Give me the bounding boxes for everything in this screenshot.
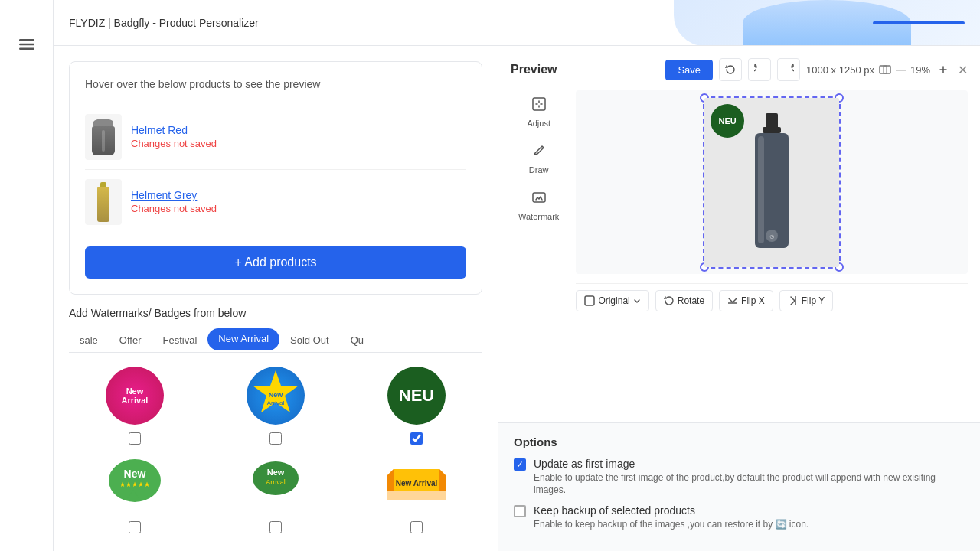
update-first-image-desc: Enable to update the first image of the …: [534, 471, 965, 497]
badge-neu: NEU: [387, 367, 446, 425]
option-update-first-image-content: Update as first image Enable to update t…: [534, 458, 965, 497]
tab-festival[interactable]: Festival: [152, 328, 208, 352]
svg-rect-2: [19, 48, 34, 51]
product-info-helmet-red: Helmet Red Changes not saved: [131, 124, 466, 149]
badge-item-2: New Arrival: [210, 365, 341, 445]
watermark-icon: [531, 190, 547, 209]
product-thumb-helmet-red: [85, 114, 122, 160]
svg-rect-1: [19, 44, 34, 46]
products-card: Hover over the below products to see the…: [69, 61, 482, 295]
watermark-tool-button[interactable]: Watermark: [511, 184, 567, 227]
svg-rect-21: [884, 66, 887, 73]
zoom-in-button[interactable]: [935, 61, 952, 78]
product-name-helment-grey[interactable]: Helment Grey: [131, 189, 466, 201]
canvas-container: ⊙ NEU: [576, 90, 968, 311]
watermarks-title: Add Watermarks/ Badges from below: [69, 307, 482, 319]
badge-img-3[interactable]: NEU: [386, 365, 447, 426]
product-thumb-helment-grey: [85, 179, 122, 225]
watermarks-section: Add Watermarks/ Badges from below sale O…: [69, 307, 482, 533]
badge-item-6: New Arrival: [351, 454, 482, 533]
preview-title: Preview: [511, 63, 557, 77]
update-first-image-checkbox[interactable]: ✓: [514, 458, 526, 471]
tab-sold-out[interactable]: Sold Out: [279, 328, 340, 352]
badge-checkbox-2[interactable]: [270, 432, 282, 445]
badge-checkbox-6[interactable]: [410, 521, 423, 533]
svg-marker-18: [439, 469, 446, 491]
left-panel: Hover over the below products to see the…: [54, 46, 498, 551]
svg-text:⊙: ⊙: [769, 233, 775, 240]
canvas-area[interactable]: ⊙ NEU: [576, 90, 968, 274]
svg-text:Arrival: Arrival: [266, 478, 286, 486]
zoom-separator: —: [896, 64, 906, 76]
badge-img-1[interactable]: New Arrival: [104, 365, 165, 426]
add-products-button[interactable]: + Add products: [85, 246, 466, 279]
badge-item-4: New ★★★★★: [69, 454, 201, 533]
product-status-helmet-red: Changes not saved: [131, 138, 466, 149]
header-right: [873, 21, 965, 24]
product-name-helmet-red[interactable]: Helmet Red: [131, 124, 466, 136]
badge-img-4[interactable]: New ★★★★★: [104, 454, 165, 515]
svg-rect-22: [533, 98, 545, 110]
svg-text:New: New: [269, 391, 284, 399]
product-image-frame[interactable]: ⊙ NEU: [703, 96, 841, 269]
keep-backup-label: Keep backup of selected products: [534, 504, 808, 517]
option-row-update-first-image: ✓ Update as first image Enable to update…: [514, 458, 965, 497]
undo-button[interactable]: [748, 58, 771, 81]
adjust-tool-button[interactable]: Adjust: [511, 90, 567, 134]
canvas-wrapper: Adjust Draw: [511, 90, 968, 311]
badge-img-2[interactable]: New Arrival: [245, 365, 306, 426]
header-progress-bar: [873, 21, 965, 24]
rotate-button[interactable]: Rotate: [655, 290, 713, 311]
tab-new-arrival[interactable]: New Arrival: [207, 328, 279, 350]
svg-text:Arrival: Arrival: [267, 399, 285, 406]
tab-sale[interactable]: sale: [69, 328, 109, 352]
badge-item-1: New Arrival: [69, 365, 201, 445]
draw-tool-label: Draw: [529, 165, 549, 174]
refresh-button[interactable]: [719, 58, 742, 81]
header: FLYDIZ | Badgfly - Product Personalizer: [54, 0, 980, 46]
preview-toolbar: Save 1000 x 1250 px: [665, 58, 968, 81]
tab-offer[interactable]: Offer: [109, 328, 152, 352]
product-canvas-bg: ⊙ NEU: [704, 98, 839, 267]
svg-rect-25: [763, 127, 781, 133]
preview-section: Preview Save: [498, 46, 980, 423]
badge-new-arrival-blue: New Arrival: [247, 367, 305, 425]
flip-y-label: Flip Y: [802, 295, 825, 306]
bottle-svg: ⊙: [741, 106, 802, 259]
badge-checkbox-5[interactable]: [270, 521, 282, 533]
original-button[interactable]: Original: [576, 290, 648, 311]
badge-checkbox-3[interactable]: [410, 432, 423, 445]
svg-text:★★★★★: ★★★★★: [119, 481, 150, 488]
badge-checkbox-1[interactable]: [129, 432, 141, 445]
badge-item-5: New Arrival: [210, 454, 341, 533]
right-panel: Preview Save: [498, 46, 980, 551]
badge-tabs: sale Offer Festival New Arrival Sold Out…: [69, 328, 482, 353]
keep-backup-checkbox[interactable]: [514, 505, 526, 517]
adjust-tool-label: Adjust: [527, 119, 550, 128]
badge-checkbox-4[interactable]: [129, 521, 141, 533]
svg-rect-24: [766, 113, 778, 129]
badge-new-arrival-pink: New Arrival: [106, 367, 164, 425]
hamburger-menu-icon[interactable]: [13, 31, 41, 58]
app-title: FLYDIZ | Badgfly - Product Personalizer: [69, 17, 259, 29]
options-section: Options ✓ Update as first image Enable t…: [498, 423, 980, 551]
flip-y-button[interactable]: Flip Y: [779, 290, 833, 311]
badge-img-6[interactable]: New Arrival: [386, 454, 447, 515]
product-status-helment-grey: Changes not saved: [131, 203, 466, 214]
close-preview-button[interactable]: ✕: [958, 63, 968, 77]
badge-img-5[interactable]: New Arrival: [245, 454, 306, 515]
redo-button[interactable]: [777, 58, 800, 81]
zoom-level: 19%: [910, 64, 930, 76]
tab-qu[interactable]: Qu: [340, 328, 374, 352]
option-keep-backup-content: Keep backup of selected products Enable …: [534, 504, 808, 531]
svg-rect-27: [758, 136, 764, 243]
flip-x-button[interactable]: Flip X: [719, 290, 773, 311]
options-title: Options: [514, 435, 965, 448]
draw-tool-button[interactable]: Draw: [511, 137, 567, 181]
svg-rect-23: [533, 193, 545, 202]
save-button[interactable]: Save: [665, 60, 713, 80]
badges-grid: New Arrival: [69, 365, 482, 533]
svg-text:New Arrival: New Arrival: [396, 479, 438, 487]
badge-neu-overlay: NEU: [710, 104, 744, 138]
product-info-helment-grey: Helment Grey Changes not saved: [131, 189, 466, 214]
